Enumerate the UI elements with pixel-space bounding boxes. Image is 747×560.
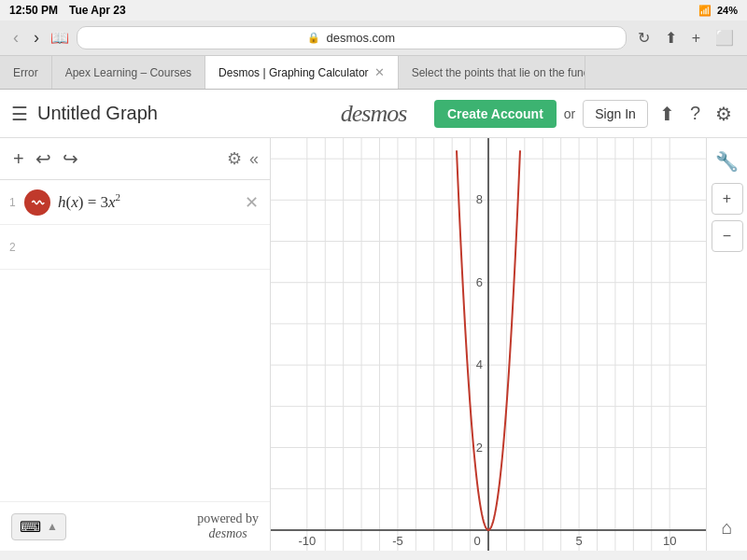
reload-icon[interactable]: ↻: [634, 27, 654, 49]
expr-number-1: 1: [9, 196, 24, 209]
keyboard-icon: ⌨: [20, 518, 41, 536]
keyboard-button[interactable]: ⌨ ▲: [11, 513, 66, 540]
date-display: Tue Apr 23: [69, 4, 126, 17]
collapse-panel-icon[interactable]: «: [249, 149, 259, 169]
expression-row-1: 1 h(x) = 3x2 ✕: [0, 180, 270, 225]
tab-error[interactable]: Error: [0, 56, 52, 89]
share-graph-icon[interactable]: ⬆: [655, 99, 679, 129]
time-display: 12:50 PM: [9, 4, 58, 17]
graph-settings-button[interactable]: 🔧: [712, 146, 743, 177]
help-icon[interactable]: ?: [686, 99, 704, 128]
status-bar: 12:50 PM Tue Apr 23 📶 24%: [0, 0, 747, 21]
right-toolbar: 🔧 + − ⌂: [706, 138, 747, 551]
zoom-out-button[interactable]: −: [712, 220, 743, 252]
panel-settings-icon[interactable]: ⚙: [227, 148, 242, 169]
hamburger-menu-icon[interactable]: ☰: [11, 103, 28, 125]
expr-content-1[interactable]: h(x) = 3x2: [58, 192, 243, 213]
tab-desmos[interactable]: Desmos | Graphing Calculator ✕: [205, 56, 399, 89]
wifi-icon: 📶: [698, 5, 712, 17]
bookmarks-icon[interactable]: 📖: [50, 29, 69, 47]
zoom-in-button[interactable]: +: [712, 183, 743, 215]
share-icon[interactable]: ⬆: [661, 27, 681, 49]
tab-desmos-label: Desmos | Graphing Calculator: [218, 66, 369, 79]
back-button[interactable]: ‹: [9, 26, 22, 49]
lock-icon: 🔒: [307, 32, 320, 44]
tab-select-label: Select the points that lie on the funct.…: [412, 66, 585, 79]
graph-canvas: [271, 138, 706, 551]
tab-error-label: Error: [13, 66, 38, 79]
undo-button[interactable]: ↩: [34, 146, 53, 172]
battery-display: 24%: [717, 5, 738, 16]
browser-chrome: ‹ › 📖 🔒 desmos.com ↻ ⬆ + ⬜: [0, 21, 747, 56]
tab-overview-icon[interactable]: ⬜: [712, 27, 738, 49]
redo-button[interactable]: ↪: [61, 146, 80, 172]
main-content: + ↩ ↪ ⚙ « 1 h(x) = 3x2 ✕ 2: [0, 138, 747, 551]
desmos-logo: desmos: [341, 100, 407, 128]
sign-in-button[interactable]: Sign In: [583, 100, 648, 128]
forward-button[interactable]: ›: [30, 26, 43, 49]
graph-area[interactable]: [271, 138, 706, 551]
home-view-button[interactable]: ⌂: [712, 511, 743, 543]
expr-color-icon-1[interactable]: [24, 189, 50, 216]
expression-row-2[interactable]: 2: [0, 225, 270, 270]
expression-list: 1 h(x) = 3x2 ✕ 2: [0, 180, 270, 501]
expr-close-1[interactable]: ✕: [243, 190, 261, 215]
create-account-button[interactable]: Create Account: [434, 100, 557, 128]
add-expression-button[interactable]: +: [11, 147, 26, 172]
or-text: or: [564, 106, 575, 121]
expression-panel: + ↩ ↪ ⚙ « 1 h(x) = 3x2 ✕ 2: [0, 138, 271, 551]
add-tab-icon[interactable]: +: [688, 28, 704, 49]
header-actions: Create Account or Sign In ⬆ ? ⚙: [434, 99, 736, 129]
tab-apex-label: Apex Learning – Courses: [65, 66, 191, 79]
expr-number-2: 2: [9, 241, 24, 254]
url-text: desmos.com: [326, 31, 395, 45]
tab-select[interactable]: Select the points that lie on the funct.…: [399, 56, 585, 89]
expr-formula-1: h(x) = 3x2: [58, 193, 120, 211]
panel-toolbar: + ↩ ↪ ⚙ «: [0, 138, 270, 180]
settings-icon[interactable]: ⚙: [712, 99, 736, 129]
browser-tabs: Error Apex Learning – Courses Desmos | G…: [0, 56, 747, 90]
close-tab-icon[interactable]: ✕: [374, 65, 385, 79]
tab-apex[interactable]: Apex Learning – Courses: [52, 56, 205, 89]
powered-by-label: powered by desmos: [197, 511, 259, 541]
url-bar[interactable]: 🔒 desmos.com: [77, 26, 627, 49]
panel-footer: ⌨ ▲ powered by desmos: [0, 501, 270, 551]
app-header: ☰ Untitled Graph desmos Create Account o…: [0, 90, 747, 138]
